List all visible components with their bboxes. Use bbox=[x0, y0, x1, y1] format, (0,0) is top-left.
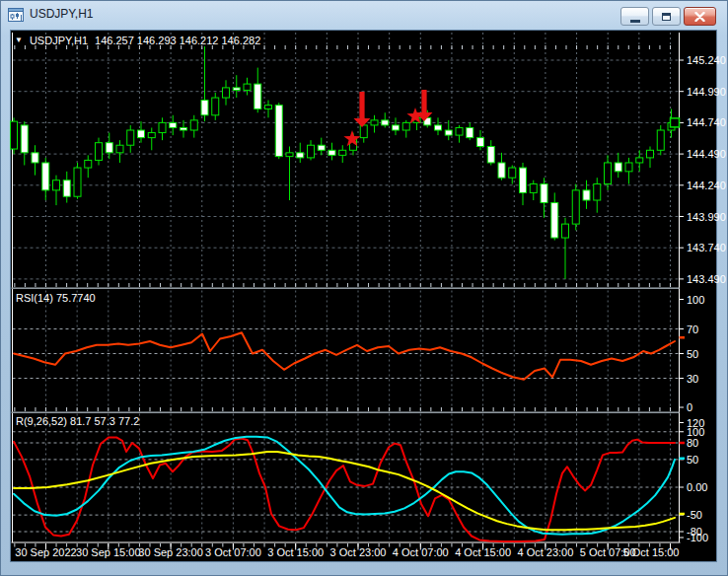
time-axis[interactable] bbox=[11, 542, 679, 561]
symbol-ohlc-header: ▼ USDJPY,H1 146.257 146.293 146.212 146.… bbox=[15, 35, 260, 46]
panel-separator[interactable] bbox=[10, 410, 717, 414]
oscillator-indicator-label: R(9,26,52) 81.7 57.3 77.2 bbox=[16, 415, 139, 427]
ohlc-values: 146.257 146.293 146.212 146.282 bbox=[95, 35, 260, 46]
chart-window-icon bbox=[8, 7, 24, 23]
restore-button[interactable] bbox=[652, 7, 681, 26]
terminal-window: USDJPY,H1 145.240144.990144.740144.49014… bbox=[0, 0, 728, 576]
price-axis[interactable] bbox=[680, 31, 717, 542]
window-title: USDJPY,H1 bbox=[30, 7, 93, 21]
rsi-indicator-label: RSI(14) 75.7740 bbox=[16, 292, 96, 304]
close-button[interactable] bbox=[684, 7, 716, 26]
close-icon bbox=[694, 12, 705, 22]
title-bar[interactable]: USDJPY,H1 bbox=[0, 0, 728, 30]
chevron-down-icon[interactable]: ▼ bbox=[15, 36, 23, 44]
minimize-icon bbox=[630, 20, 640, 23]
panel-separator[interactable] bbox=[10, 286, 717, 290]
chart-area[interactable] bbox=[10, 30, 717, 562]
restore-icon bbox=[662, 13, 671, 21]
symbol-timeframe-label: USDJPY,H1 bbox=[30, 35, 88, 46]
minimize-button[interactable] bbox=[620, 7, 649, 26]
